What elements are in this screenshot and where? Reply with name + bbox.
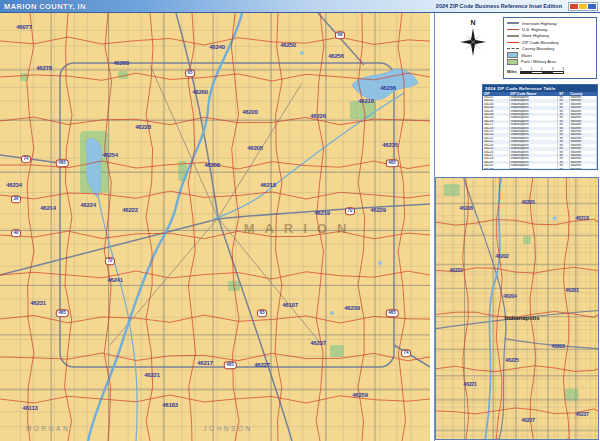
pond — [330, 311, 334, 315]
inset-pond — [553, 216, 557, 220]
inset-map-canvas — [436, 178, 598, 439]
scale-tick: 3 — [552, 67, 554, 71]
edition-label: 2024 ZIP Code Business Reference Inset E… — [436, 3, 562, 9]
legend-swatch-icon — [507, 59, 518, 65]
scale-seg — [553, 72, 564, 73]
logo-yellow-block — [579, 4, 587, 9]
scale-seg — [521, 72, 532, 73]
pond — [378, 261, 382, 265]
zip-reference-table: 2024 ZIP Code Reference Table ZIPZIP Cod… — [482, 84, 598, 170]
scale-tick: 4 — [562, 67, 564, 71]
legend-scale: Miles01234 — [507, 67, 593, 74]
scale-label: Miles — [507, 69, 517, 74]
scale-bar: 01234 — [520, 67, 564, 74]
legend-swatch-icon — [507, 35, 519, 37]
table-cell: IN — [558, 168, 569, 170]
zip-table: ZIPZIP Code NameSTCounty46201Indianapoli… — [483, 92, 597, 170]
scale-segments — [520, 71, 564, 74]
compass-north-label: N — [470, 19, 475, 26]
table-row: 46234IndianapolisINMarion — [483, 168, 597, 170]
geist-reservoir — [352, 69, 418, 100]
legend-item-label: Interstate Highway — [522, 21, 557, 26]
brand-logo — [568, 2, 598, 11]
legend-item-label: U.S. Highway — [522, 27, 547, 32]
table-title: 2024 ZIP Code Reference Table — [483, 85, 597, 92]
fall-creek — [214, 93, 404, 219]
legend-swatch-icon — [507, 42, 519, 43]
i465-loop — [60, 63, 394, 367]
legend-item-label: State Highway — [522, 33, 549, 38]
legend-swatch-icon — [507, 22, 519, 24]
scale-seg — [542, 72, 553, 73]
legend-item-label: Park / Military Area — [521, 59, 556, 64]
right-panel: N Interstate HighwayU.S. HighwayState Hi… — [434, 13, 600, 441]
table-cell: Marion — [569, 168, 596, 170]
downtown-inset-map: 462084620546218462224620246204Indianapol… — [435, 177, 599, 440]
logo-red-block — [570, 4, 578, 9]
legend-items: Interstate HighwayU.S. HighwayState High… — [507, 20, 593, 65]
pond — [300, 51, 304, 55]
table-cell: 46234 — [483, 168, 509, 170]
legend-swatch-icon — [507, 52, 518, 58]
legend-item-label: County Boundary — [522, 46, 554, 51]
inset-roads-group — [436, 178, 598, 439]
compass-rose: N — [457, 17, 489, 61]
legend-item: Park / Military Area — [507, 58, 593, 64]
scale-tick: 1 — [531, 67, 533, 71]
table-cell: Indianapolis — [509, 168, 558, 170]
main-map-canvas — [0, 13, 430, 441]
legend-box: Interstate HighwayU.S. HighwayState High… — [503, 17, 597, 79]
logo-blue-block — [588, 4, 596, 9]
scale-tick: 2 — [541, 67, 543, 71]
header-bar: MARION COUNTY, IN 2024 ZIP Code Business… — [0, 0, 600, 13]
legend-item-label: ZIP Code Boundary — [522, 40, 559, 45]
legend-item-label: Water — [521, 53, 532, 58]
pond — [56, 313, 60, 317]
legend-swatch-icon — [507, 29, 519, 31]
scale-tick: 0 — [520, 67, 522, 71]
map-title: MARION COUNTY, IN — [4, 2, 86, 11]
main-map: MARION 460774627846268462404625046256462… — [0, 13, 430, 441]
scale-seg — [532, 72, 543, 73]
legend-swatch-icon — [507, 48, 519, 49]
